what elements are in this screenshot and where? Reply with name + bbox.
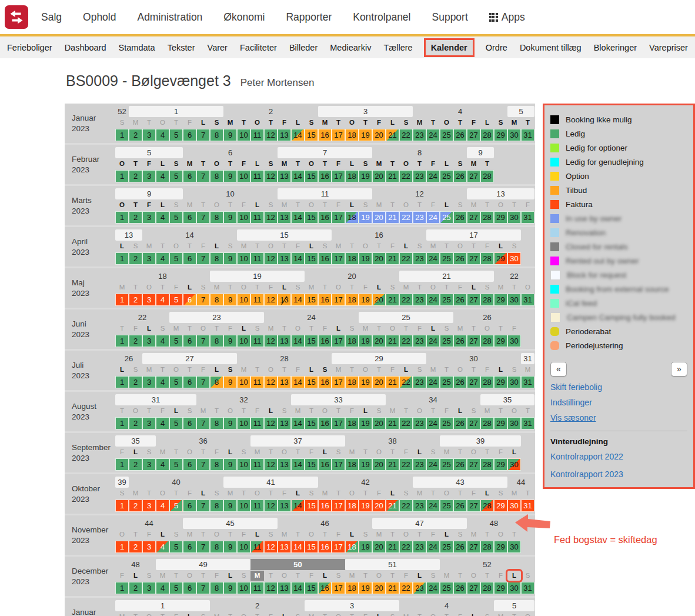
day-cell[interactable]: 18	[345, 541, 359, 553]
sub-nav-item-dashboard[interactable]: Dashboard	[64, 41, 108, 54]
day-cell[interactable]: 8	[210, 170, 223, 182]
day-cell[interactable]: 9	[223, 294, 237, 306]
day-cell[interactable]: 14	[291, 582, 305, 594]
day-cell[interactable]: 15	[305, 541, 318, 553]
day-cell[interactable]: 14	[291, 335, 305, 347]
day-cell[interactable]: 5	[169, 129, 183, 141]
day-cell[interactable]: 15	[305, 211, 318, 224]
day-cell[interactable]: 7	[196, 417, 210, 429]
app-logo-icon[interactable]	[5, 5, 28, 29]
day-cell[interactable]: 22	[399, 458, 413, 471]
sub-nav-item-stamdata[interactable]: Stamdata	[118, 41, 156, 54]
winter-link-kontrolrapport-2023[interactable]: Kontrolrapport 2023	[550, 470, 687, 479]
day-cell[interactable]: 23	[413, 294, 426, 306]
day-cell[interactable]: 23	[413, 541, 426, 553]
day-cell[interactable]: 11	[250, 458, 264, 471]
day-cell[interactable]: 20	[372, 252, 386, 265]
day-cell[interactable]: 10	[237, 376, 250, 388]
day-cell[interactable]: 1	[115, 458, 129, 471]
day-cell[interactable]: 29	[494, 500, 507, 512]
day-cell[interactable]: 16	[318, 582, 332, 594]
day-cell[interactable]: 27	[467, 376, 480, 388]
day-cell[interactable]: 23	[413, 376, 426, 388]
day-cell[interactable]: 4	[156, 294, 169, 306]
day-cell[interactable]: 8	[210, 294, 223, 306]
day-cell[interactable]: 15	[305, 500, 318, 512]
day-cell[interactable]: 21	[386, 129, 399, 141]
day-cell[interactable]: 13	[278, 211, 291, 224]
day-cell[interactable]: 26	[453, 252, 467, 265]
day-cell[interactable]: 21	[386, 500, 399, 512]
day-cell[interactable]: 11	[250, 582, 264, 594]
day-cell[interactable]: 23	[413, 170, 426, 182]
day-cell[interactable]: 22	[399, 129, 413, 141]
day-cell[interactable]: 21	[386, 252, 399, 265]
day-cell[interactable]: 16	[318, 170, 332, 182]
day-cell[interactable]: 26	[453, 170, 467, 182]
day-cell[interactable]: 19	[359, 129, 372, 141]
day-cell[interactable]: 27	[467, 252, 480, 265]
day-cell[interactable]: 17	[332, 376, 345, 388]
day-cell[interactable]: 25	[440, 582, 453, 594]
day-cell[interactable]: 19	[359, 500, 372, 512]
day-cell[interactable]: 28	[480, 376, 494, 388]
day-cell[interactable]: 29	[494, 294, 507, 306]
day-cell[interactable]: 30	[507, 500, 521, 512]
day-cell[interactable]: 2	[129, 500, 142, 512]
day-cell[interactable]: 28	[480, 294, 494, 306]
day-cell[interactable]: 24	[426, 252, 440, 265]
top-nav-item-økonomi[interactable]: Økonomi	[223, 11, 265, 24]
day-cell[interactable]: 8	[210, 458, 223, 471]
day-cell[interactable]: 7	[196, 500, 210, 512]
day-cell[interactable]: 3	[142, 417, 156, 429]
day-cell[interactable]: 22	[399, 211, 413, 224]
day-cell[interactable]: 10	[237, 458, 250, 471]
day-cell[interactable]: 25	[440, 500, 453, 512]
day-cell[interactable]: 15	[305, 458, 318, 471]
day-cell[interactable]: 6	[183, 211, 196, 224]
day-cell[interactable]: 29	[494, 582, 507, 594]
day-cell[interactable]: 23	[413, 252, 426, 265]
day-cell[interactable]: 18	[345, 335, 359, 347]
day-cell[interactable]: 28	[480, 582, 494, 594]
day-cell[interactable]: 28	[480, 129, 494, 141]
day-cell[interactable]: 3	[142, 582, 156, 594]
prev-property-button[interactable]: «	[550, 362, 567, 377]
day-cell[interactable]: 11	[250, 376, 264, 388]
day-cell[interactable]: 21	[386, 458, 399, 471]
day-cell[interactable]: 12	[264, 500, 278, 512]
day-cell[interactable]: 27	[467, 417, 480, 429]
day-cell[interactable]: 12	[264, 417, 278, 429]
day-cell[interactable]: 24	[426, 582, 440, 594]
day-cell[interactable]: 2	[129, 458, 142, 471]
day-cell[interactable]: 13	[278, 294, 291, 306]
sub-nav-item-ordre[interactable]: Ordre	[485, 41, 509, 54]
day-cell[interactable]: 13	[278, 458, 291, 471]
day-cell[interactable]: 19	[359, 417, 372, 429]
day-cell[interactable]: 16	[318, 335, 332, 347]
day-cell[interactable]: 26	[453, 294, 467, 306]
day-cell[interactable]: 4	[156, 582, 169, 594]
day-cell[interactable]: 13	[278, 582, 291, 594]
day-cell[interactable]: 10	[237, 417, 250, 429]
day-cell[interactable]: 11	[250, 335, 264, 347]
day-cell[interactable]: 24	[426, 211, 440, 224]
day-cell[interactable]: 12	[264, 211, 278, 224]
day-cell[interactable]: 30	[507, 582, 521, 594]
day-cell[interactable]: 28	[480, 252, 494, 265]
day-cell[interactable]: 14	[291, 541, 305, 553]
day-cell[interactable]: 13	[278, 500, 291, 512]
day-cell[interactable]: 13	[278, 335, 291, 347]
day-cell[interactable]: 17	[332, 294, 345, 306]
day-cell[interactable]: 30	[507, 294, 521, 306]
day-cell[interactable]: 3	[142, 294, 156, 306]
day-cell[interactable]: 22	[399, 541, 413, 553]
day-cell[interactable]: 10	[237, 294, 250, 306]
day-cell[interactable]: 7	[196, 335, 210, 347]
day-cell[interactable]: 23	[413, 129, 426, 141]
day-cell[interactable]: 16	[318, 252, 332, 265]
day-cell[interactable]: 2	[129, 252, 142, 265]
day-cell[interactable]: 18	[345, 170, 359, 182]
day-cell[interactable]: 24	[426, 129, 440, 141]
day-cell[interactable]: 3	[142, 170, 156, 182]
